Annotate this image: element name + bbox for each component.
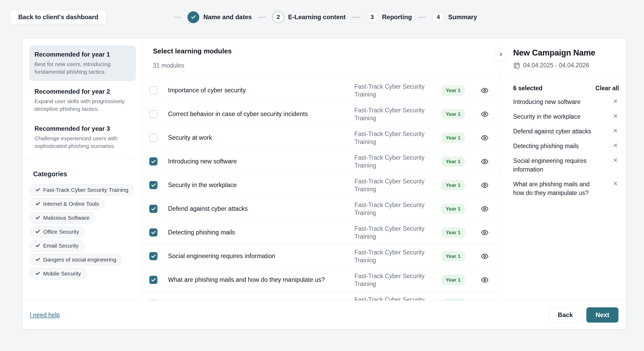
selected-module-item: Defend against cyber attacks — [513, 124, 620, 139]
footer-actions: Back Next — [549, 307, 618, 323]
module-checkbox[interactable] — [149, 276, 157, 284]
category-chip[interactable]: Email Security — [30, 240, 84, 252]
category-chip[interactable]: Malicious Software — [30, 212, 95, 224]
preview-module-button[interactable] — [481, 276, 489, 284]
module-title: Social engineering requires information — [168, 253, 354, 260]
year-badge: Year 1 — [442, 133, 465, 143]
module-category: Fast-Track Cyber Security Training — [354, 83, 433, 98]
x-icon — [612, 157, 618, 163]
category-chip[interactable]: Office Security — [30, 226, 85, 238]
eye-icon — [481, 181, 489, 189]
clear-all-button[interactable]: Clear all — [596, 85, 619, 92]
eye-icon — [481, 205, 489, 213]
preview-module-button[interactable] — [481, 87, 489, 94]
wizard-step[interactable]: 3 Reporting — [346, 11, 412, 23]
badge-cell: Year 1 — [433, 86, 473, 96]
module-row: Security in the workplace Fast-Track Cyb… — [143, 173, 501, 197]
selected-module-item: Social engineering requires information — [513, 153, 620, 177]
recommendation-list: Recommended for year 1 Best for new user… — [29, 46, 136, 155]
module-checkbox[interactable] — [149, 205, 157, 213]
selected-module-label: Security in the workplace — [513, 112, 600, 121]
category-chip-list: Fast-Track Cyber Security Training Inter… — [29, 184, 136, 279]
module-title: Defend against cyber attacks — [168, 205, 354, 212]
step-number: 4 — [437, 14, 440, 21]
module-title: Security in the workplace — [168, 182, 354, 189]
recommendation-option[interactable]: Recommended for year 2 Expand user skill… — [29, 83, 136, 118]
badge-cell: Year 1 — [433, 275, 473, 285]
category-chip-label: Office Security — [43, 229, 79, 235]
categories-heading: Categories — [33, 170, 136, 178]
module-checkbox[interactable] — [149, 157, 157, 166]
check-icon — [35, 215, 40, 220]
preview-module-button[interactable] — [481, 110, 489, 118]
preview-module-button[interactable] — [481, 252, 489, 260]
preview-module-button[interactable] — [481, 205, 489, 213]
check-icon — [151, 183, 156, 188]
remove-module-button[interactable] — [612, 98, 620, 105]
preview-module-button[interactable] — [481, 134, 489, 142]
year-badge: Year 1 — [442, 157, 465, 167]
collapse-panel-button[interactable] — [495, 48, 507, 61]
next-button[interactable]: Next — [586, 307, 618, 323]
module-category: Fast-Track Cyber Security Training — [354, 225, 433, 240]
wizard-card: Recommended for year 1 Best for new user… — [22, 38, 626, 329]
eye-cell — [473, 134, 497, 142]
step-circle: 1 — [187, 11, 199, 23]
year-badge: Year 1 — [442, 251, 465, 261]
top-bar: Back to client's dashboard 1 Name and da… — [0, 0, 644, 38]
step-label: Name and dates — [203, 13, 252, 21]
module-checkbox[interactable] — [149, 228, 157, 237]
module-category: Fast-Track Cyber Security Training — [354, 296, 433, 301]
year-badge: Year 1 — [442, 204, 465, 214]
modules-panel-title: Select learning modules — [153, 47, 501, 55]
recommendation-option[interactable]: Recommended for year 3 Challenge experie… — [29, 120, 136, 155]
step-separator — [352, 17, 360, 18]
check-icon — [35, 201, 40, 206]
wizard-step[interactable]: 4 Summary — [412, 11, 477, 23]
eye-icon — [481, 134, 489, 142]
module-row: Detecting phishing mails Fast-Track Cybe… — [143, 221, 501, 244]
category-chip[interactable]: Mobile Security — [30, 268, 87, 279]
preview-module-button[interactable] — [481, 229, 489, 237]
category-chip[interactable]: Dangers of social engineering — [30, 254, 122, 265]
module-checkbox[interactable] — [149, 181, 157, 189]
category-chip[interactable]: Fast-Track Cyber Security Training — [30, 184, 134, 196]
modules-count: 31 modules — [153, 62, 501, 69]
remove-module-button[interactable] — [612, 142, 620, 149]
step-separator — [173, 17, 181, 18]
step-separator — [258, 17, 266, 18]
recommendation-option[interactable]: Recommended for year 1 Best for new user… — [29, 46, 136, 81]
back-button[interactable]: Back — [549, 307, 582, 323]
module-title: Introducing new software — [168, 158, 354, 165]
step-label: Summary — [448, 13, 477, 21]
help-link[interactable]: I need help — [30, 312, 60, 319]
recommendation-title: Recommended for year 1 — [34, 51, 131, 58]
eye-icon — [481, 252, 489, 260]
module-checkbox[interactable] — [149, 134, 157, 142]
remove-module-button[interactable] — [612, 127, 620, 134]
module-title: Detecting phishing mails — [168, 229, 354, 236]
preview-module-button[interactable] — [481, 158, 489, 166]
filters-sidebar: Recommended for year 1 Best for new user… — [22, 39, 143, 300]
remove-module-button[interactable] — [612, 112, 620, 120]
module-category: Fast-Track Cyber Security Training — [354, 106, 433, 122]
module-checkbox[interactable] — [149, 110, 157, 118]
selected-module-label: Defend against cyber attacks — [513, 127, 600, 136]
selected-header: 6 selected Clear all — [501, 78, 626, 92]
wizard-step[interactable]: 2 E-Learning content — [252, 11, 346, 23]
selected-module-item: Security in the workplace — [513, 109, 620, 124]
wizard-step[interactable]: 1 Name and dates — [167, 11, 252, 23]
year-badge: Year 1 — [442, 86, 465, 96]
sidebar-divider — [22, 159, 143, 159]
badge-cell: Year 1 — [433, 109, 473, 119]
eye-cell — [473, 110, 497, 118]
category-chip[interactable]: Internet & Online Tools — [30, 198, 105, 210]
module-row: Importance of cyber security Fast-Track … — [143, 79, 501, 102]
remove-module-button[interactable] — [612, 157, 620, 164]
selected-module-item: What are phishing mails and how do they … — [513, 177, 620, 200]
remove-module-button[interactable] — [612, 180, 620, 187]
module-checkbox[interactable] — [149, 252, 157, 260]
selected-module-label: What are phishing mails and how do they … — [513, 180, 600, 197]
preview-module-button[interactable] — [481, 181, 489, 189]
module-checkbox[interactable] — [149, 86, 157, 94]
